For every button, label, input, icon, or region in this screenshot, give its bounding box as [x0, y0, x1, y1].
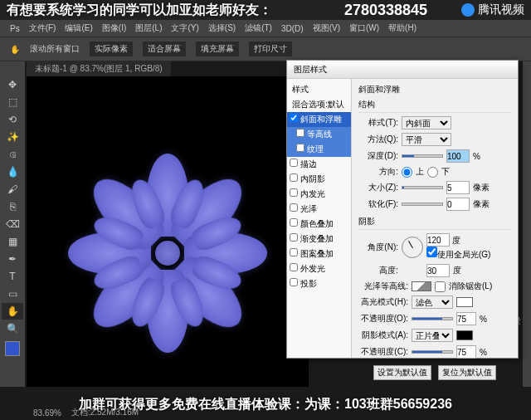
stamp-tool[interactable]: ⎘ [2, 198, 23, 215]
panel-title: 斜面和浮雕 [358, 84, 511, 95]
depth-input[interactable] [446, 149, 470, 163]
eyedropper-tool[interactable]: 💧 [2, 164, 23, 180]
eraser-tool[interactable]: ⌫ [2, 216, 23, 232]
opt-scroll[interactable]: 滚动所有窗口 [30, 43, 80, 55]
dir-down[interactable] [427, 167, 438, 178]
wand-tool[interactable]: ✨ [2, 129, 23, 145]
menu-image[interactable]: 图像(I) [99, 22, 129, 34]
menu-type[interactable]: 文字(Y) [168, 22, 202, 34]
method-select[interactable]: 平滑 [402, 133, 451, 146]
foreground-color[interactable] [5, 341, 20, 356]
marquee-tool[interactable]: ⬚ [2, 94, 23, 110]
menu-filter[interactable]: 滤镜(T) [241, 22, 275, 34]
opt-print[interactable]: 打印尺寸 [249, 42, 292, 56]
menu-select[interactable]: 选择(S) [205, 22, 239, 34]
toolbox: ✥ ⬚ ⟲ ✨ ⟃ 💧 🖌 ⎘ ⌫ ▦ ✒ T ▭ ✋ 🔍 [0, 61, 25, 387]
sh-opac-input[interactable] [456, 345, 476, 359]
shape-tool[interactable]: ▭ [2, 286, 23, 302]
size-slider[interactable] [402, 186, 443, 189]
highlight-mode[interactable]: 滤色 [412, 295, 453, 309]
status-bar: 83.69% 文档:2.52M/3.16M [27, 405, 145, 420]
style-outer-glow[interactable]: 外发光 [287, 261, 351, 276]
soft-slider[interactable] [402, 203, 443, 206]
shading-section: 阴影 [358, 216, 511, 230]
pen-tool[interactable]: ✒ [2, 251, 23, 267]
style-inner-glow[interactable]: 内发光 [287, 187, 351, 202]
menu-window[interactable]: 窗口(W) [346, 22, 382, 34]
global-light-check[interactable] [426, 247, 437, 257]
tencent-video-logo: 腾讯视频 [461, 2, 524, 17]
opt-actual[interactable]: 实际像素 [90, 42, 133, 56]
style-gradient-overlay[interactable]: 渐变叠加 [287, 232, 351, 247]
soft-input[interactable] [446, 198, 470, 211]
reset-default-button[interactable]: 复位为默认值 [438, 365, 496, 380]
hl-opac-slider[interactable] [412, 317, 453, 320]
style-select[interactable]: 内斜面 [402, 116, 451, 129]
style-texture[interactable]: 纹理 [287, 142, 351, 157]
style-contour[interactable]: 等高线 [287, 127, 351, 142]
style-satin[interactable]: 光泽 [287, 202, 351, 217]
gloss-contour[interactable] [412, 281, 431, 291]
hand-tool-icon[interactable]: ✋ [10, 45, 20, 54]
antialias-check[interactable] [435, 281, 446, 292]
highlight-color[interactable] [456, 297, 473, 307]
menu-file[interactable]: 文件(F) [26, 22, 60, 34]
right-panels [523, 61, 531, 387]
styles-header[interactable]: 样式 [287, 82, 351, 97]
canvas[interactable] [27, 76, 309, 387]
angle-input[interactable] [426, 233, 450, 247]
doc-size: 文档:2.52M/3.16M [71, 407, 139, 418]
zoom-tool[interactable]: 🔍 [2, 320, 23, 337]
dialog-titlebar[interactable]: 图层样式 [287, 61, 518, 79]
hand-tool[interactable]: ✋ [2, 303, 23, 320]
app-menu-bar: Ps 文件(F) 编辑(E) 图像(I) 图层(L) 文字(Y) 选择(S) 滤… [0, 20, 531, 37]
opt-fit[interactable]: 适合屏幕 [143, 42, 186, 56]
tencent-icon [461, 3, 475, 17]
layer-style-dialog: 图层样式 样式 混合选项:默认 斜面和浮雕 等高线 纹理 描边 内阴影 内发光 … [286, 60, 519, 359]
dir-up[interactable] [402, 167, 412, 178]
top-banner: 有想要系统学习的同学可以加亚如老师好友： 2780338845 腾讯视频 [0, 0, 531, 20]
gradient-tool[interactable]: ▦ [2, 233, 23, 250]
structure-section: 结构 [358, 99, 511, 113]
settings-panel: 斜面和浮雕 结构 样式(T):内斜面 方法(Q):平滑 深度(D):% 方向:上… [352, 79, 518, 358]
promo-text: 有想要系统学习的同学可以加亚如老师好友： [7, 2, 272, 19]
style-inner-shadow[interactable]: 内阴影 [287, 172, 351, 187]
qq-number: 2780338845 [344, 2, 427, 19]
shadow-mode[interactable]: 正片叠底 [412, 329, 453, 342]
document-tab[interactable]: 未标题-1 @ 83.7%(图层 1, RGB/8) [27, 61, 171, 76]
style-list: 样式 混合选项:默认 斜面和浮雕 等高线 纹理 描边 内阴影 内发光 光泽 颜色… [287, 79, 352, 358]
sh-opac-slider[interactable] [412, 350, 453, 354]
altitude-input[interactable] [426, 264, 450, 277]
angle-dial[interactable] [402, 237, 423, 258]
size-input[interactable] [446, 181, 470, 194]
style-color-overlay[interactable]: 颜色叠加 [287, 217, 351, 232]
options-bar: ✋ 滚动所有窗口 实际像素 适合屏幕 填充屏幕 打印尺寸 [0, 37, 531, 61]
style-stroke[interactable]: 描边 [287, 157, 351, 172]
shadow-color[interactable] [456, 330, 473, 340]
style-pattern-overlay[interactable]: 图案叠加 [287, 247, 351, 261]
move-tool[interactable]: ✥ [2, 76, 23, 93]
style-bevel[interactable]: 斜面和浮雕 [287, 112, 351, 127]
crop-tool[interactable]: ⟃ [2, 146, 23, 163]
zoom-level[interactable]: 83.69% [33, 408, 61, 418]
menu-ps[interactable]: Ps [7, 24, 23, 33]
menu-layer[interactable]: 图层(L) [132, 22, 165, 34]
brush-tool[interactable]: 🖌 [2, 181, 23, 198]
set-default-button[interactable]: 设置为默认值 [373, 365, 431, 380]
depth-slider[interactable] [402, 154, 443, 158]
menu-3d[interactable]: 3D(D) [278, 24, 307, 33]
hl-opac-input[interactable] [456, 312, 476, 325]
menu-help[interactable]: 帮助(H) [385, 22, 420, 34]
menu-view[interactable]: 视图(V) [309, 22, 343, 34]
type-tool[interactable]: T [2, 268, 23, 285]
lasso-tool[interactable]: ⟲ [2, 111, 23, 128]
menu-edit[interactable]: 编辑(E) [61, 22, 95, 34]
blend-options[interactable]: 混合选项:默认 [287, 97, 351, 112]
style-drop-shadow[interactable]: 投影 [287, 276, 351, 291]
opt-fill[interactable]: 填充屏幕 [196, 42, 239, 56]
flower-artwork [60, 145, 275, 361]
